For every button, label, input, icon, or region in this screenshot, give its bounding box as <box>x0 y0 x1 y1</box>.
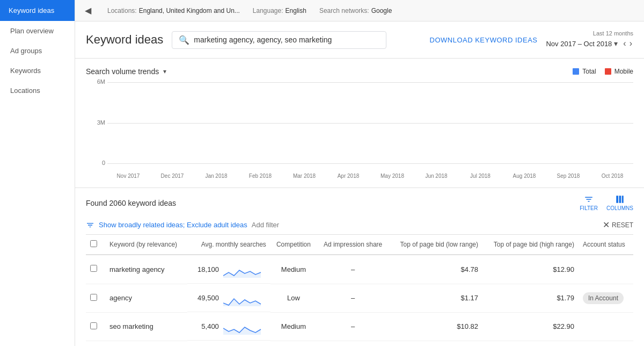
filter-button[interactable]: FILTER <box>580 194 598 211</box>
x-label: Oct 2018 <box>591 171 633 179</box>
sparkline <box>223 289 266 306</box>
sidebar-item-ad-groups[interactable]: Ad groups <box>0 41 75 61</box>
date-range-value: Nov 2017 – Oct 2018 <box>546 40 612 48</box>
date-range-label: Last 12 months <box>546 30 633 37</box>
select-all-checkbox[interactable] <box>90 240 97 247</box>
bars-container <box>107 82 633 164</box>
locations-label: Locations: <box>107 7 137 15</box>
search-icon: 🔍 <box>179 35 189 45</box>
row-checkbox[interactable] <box>90 265 97 272</box>
search-networks-value: Google <box>371 7 392 15</box>
row-checkbox[interactable] <box>90 322 97 329</box>
th-top-bid-high: Top of page bid (high range) <box>482 235 579 255</box>
row-checkbox-cell <box>86 312 105 341</box>
legend-mobile-box <box>605 68 611 75</box>
x-label: Feb 2018 <box>239 171 281 179</box>
sidebar-item-keywords[interactable]: Keywords <box>0 61 75 81</box>
top-bid-low-cell: $10.82 <box>389 312 482 341</box>
chart-legend: Total Mobile <box>573 68 633 75</box>
top-bid-high-cell: $1.79 <box>482 284 579 312</box>
date-prev-button[interactable]: ‹ <box>622 38 627 49</box>
in-account-badge: In Account <box>583 292 624 304</box>
add-filter-link[interactable]: Add filter <box>252 221 279 229</box>
avg-monthly-value: 5,400 <box>201 322 219 330</box>
found-row: Found 2060 keyword ideas FILTER COLUMNS <box>86 194 633 211</box>
keyword-cell: marketing agency <box>105 255 187 284</box>
reset-button[interactable]: ✕ RESET <box>603 220 633 230</box>
avg-monthly-cell: 49,500 <box>187 284 270 312</box>
chart-dropdown-icon[interactable]: ▾ <box>163 68 166 75</box>
sidebar-item-plan-overview[interactable]: Plan overview <box>0 21 75 41</box>
top-bid-low-cell: $1.17 <box>389 284 482 312</box>
topbar-locations: Locations: England, United Kingdom and U… <box>107 7 240 15</box>
keywords-section: Found 2060 keyword ideas FILTER COLUMNS … <box>75 188 644 341</box>
columns-button[interactable]: COLUMNS <box>606 194 633 211</box>
filter-funnel-icon <box>86 221 94 229</box>
filter-label: FILTER <box>580 205 598 211</box>
account-status-cell: In Account <box>579 284 633 312</box>
x-label: May 2018 <box>371 171 413 179</box>
date-dropdown-icon[interactable]: ▾ <box>614 39 618 48</box>
chart-section: Search volume trends ▾ Total Mobile 6M3M… <box>75 59 644 188</box>
ad-impression-cell: – <box>317 284 389 312</box>
chart-title: Search volume trends <box>86 67 159 76</box>
table-header: Keyword (by relevance) Avg. monthly sear… <box>86 235 633 255</box>
download-button[interactable]: DOWNLOAD KEYWORD IDEAS <box>430 36 538 44</box>
top-bid-high-cell: $22.90 <box>482 312 579 341</box>
avg-monthly-cell: 5,400 <box>187 312 270 341</box>
row-checkbox-cell <box>86 284 105 312</box>
date-range: Nov 2017 – Oct 2018 ▾ ‹ › <box>546 38 633 49</box>
account-status-cell <box>579 312 633 341</box>
col-icon-group: FILTER COLUMNS <box>580 194 633 211</box>
legend-total-label: Total <box>582 68 596 75</box>
x-label: Jul 2018 <box>459 171 501 179</box>
sidebar-header[interactable]: Keyword ideas <box>0 0 75 21</box>
th-account-status: Account status <box>579 235 633 255</box>
th-ad-impression: Ad impression share <box>317 235 389 255</box>
legend-total: Total <box>573 68 596 75</box>
search-input[interactable] <box>194 35 379 44</box>
row-checkbox[interactable] <box>90 294 97 301</box>
th-top-bid-low: Top of page bid (low range) <box>389 235 482 255</box>
topbar-language: Language: English <box>253 7 306 15</box>
found-text: Found 2060 keyword ideas <box>86 199 575 207</box>
keyword-cell: seo marketing <box>105 312 187 341</box>
search-box[interactable]: 🔍 <box>172 31 386 49</box>
th-avg-monthly: Avg. monthly searches <box>187 235 270 255</box>
columns-icon <box>615 194 625 204</box>
avg-monthly-value: 18,100 <box>197 265 219 273</box>
columns-label: COLUMNS <box>606 205 633 211</box>
x-label: Jun 2018 <box>415 171 457 179</box>
sparkline <box>223 318 266 335</box>
chart-header: Search volume trends ▾ Total Mobile <box>86 67 633 76</box>
filter-link[interactable]: Show broadly related ideas; Exclude adul… <box>99 221 247 229</box>
page-header: Keyword ideas 🔍 DOWNLOAD KEYWORD IDEAS L… <box>75 21 644 59</box>
back-button[interactable]: ◀ <box>82 4 94 17</box>
ad-impression-cell: – <box>317 255 389 284</box>
sidebar-item-locations[interactable]: Locations <box>0 81 75 100</box>
date-range-group: Last 12 months Nov 2017 – Oct 2018 ▾ ‹ › <box>546 30 633 49</box>
bar-chart: 6M3M0 Nov 2017Dec 2017Jan 2018Feb 2018Ma… <box>107 82 633 179</box>
keyword-cell: agency <box>105 284 187 312</box>
date-next-button[interactable]: › <box>628 38 633 49</box>
table-wrapper: Keyword (by relevance) Avg. monthly sear… <box>86 235 633 341</box>
grid-label: 6M <box>86 78 105 85</box>
th-select-all <box>86 235 105 255</box>
x-labels: Nov 2017Dec 2017Jan 2018Feb 2018Mar 2018… <box>107 171 633 179</box>
topbar: ◀ Locations: England, United Kingdom and… <box>75 0 644 21</box>
ad-impression-cell: – <box>317 312 389 341</box>
language-value: English <box>286 7 306 15</box>
top-bid-low-cell: $4.78 <box>389 255 482 284</box>
main-content: ◀ Locations: England, United Kingdom and… <box>75 0 644 346</box>
legend-mobile: Mobile <box>605 68 633 75</box>
reset-x-icon: ✕ <box>603 220 610 230</box>
grid-label: 3M <box>86 119 105 126</box>
grid-label: 0 <box>86 160 105 166</box>
x-label: Sep 2018 <box>547 171 589 179</box>
filter-row: Show broadly related ideas; Exclude adul… <box>86 215 633 235</box>
th-competition: Competition <box>270 235 317 255</box>
language-label: Language: <box>253 7 283 15</box>
competition-cell: Medium <box>270 312 317 341</box>
table-row: agency49,500Low–$1.17$1.79In Account <box>86 284 633 312</box>
x-label: Nov 2017 <box>107 171 149 179</box>
